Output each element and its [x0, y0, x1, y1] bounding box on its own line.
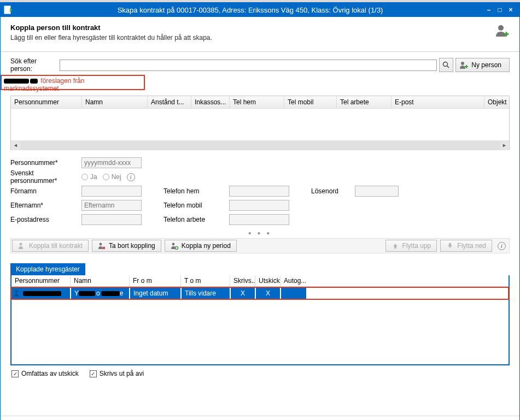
personnummer-input[interactable] [81, 157, 142, 168]
flytta-ned-button[interactable]: Flytta ned [440, 240, 492, 252]
svg-point-9 [20, 243, 22, 246]
search-button[interactable] [439, 58, 453, 72]
person-form: Personnummer* Svenskt personnummer* Ja N… [10, 156, 510, 227]
search-results-grid: Personnummer Namn Anstånd t... Inkassos.… [10, 96, 510, 150]
personnummer-label: Personnummer* [10, 159, 81, 167]
suggestion-highlight: föreslagen från marknadssystemet [1, 75, 145, 90]
new-person-button[interactable]: Ny person [455, 58, 510, 72]
check-omfattas[interactable]: ✓Omfattas av utskick [11, 370, 79, 377]
arrow-up-icon [392, 242, 399, 250]
selected-row-highlight: Yoe Inget datum Tills vidare X X [11, 287, 509, 300]
svg-point-13 [172, 243, 174, 246]
cell-utskick: X [256, 288, 281, 299]
svg-point-4 [443, 62, 448, 67]
svg-rect-8 [466, 65, 467, 68]
telmobil-input[interactable] [229, 200, 289, 211]
col2-personnummer[interactable]: Personnummer [11, 275, 71, 286]
col2-tom[interactable]: T o m [181, 275, 230, 286]
epost-input[interactable] [81, 214, 142, 225]
telmobil-label: Telefon mobil [163, 202, 229, 209]
svg-rect-0 [4, 6, 10, 14]
epost-label: E-postadress [10, 216, 81, 223]
app-icon [4, 5, 13, 14]
col2-utskick[interactable]: Utskick [255, 275, 281, 286]
efternamn-label: Efternamn* [10, 202, 81, 209]
grid2-body-empty [11, 300, 509, 364]
radio-nej[interactable]: Nej [103, 173, 121, 181]
svg-point-15 [15, 291, 18, 293]
col-personnummer[interactable]: Personnummer [11, 96, 82, 108]
telarbete-label: Telefon arbete [163, 216, 229, 223]
koppling-toolbar: Koppla till kontrakt Ta bort koppling Ko… [10, 238, 510, 253]
person-period-icon [171, 242, 178, 250]
search-input[interactable] [60, 60, 437, 71]
cell-tom: Tills vidare [182, 288, 231, 299]
telarbete-input[interactable] [229, 214, 289, 225]
splitter-dots-icon[interactable]: ● ● ● [10, 230, 510, 236]
col-telmobil[interactable]: Tel mobil [284, 96, 337, 108]
svg-point-14 [175, 246, 178, 249]
grid-body-empty [11, 109, 509, 140]
col2-autog[interactable]: Autog... [281, 275, 306, 286]
telhem-label: Telefon hem [163, 187, 229, 195]
cell-namn: Yoe [71, 288, 130, 299]
koppla-kontrakt-button[interactable]: Koppla till kontrakt [12, 240, 89, 252]
col-telarbete[interactable]: Tel arbete [337, 96, 392, 108]
minimize-button[interactable]: – [483, 6, 494, 14]
arrow-down-icon [446, 242, 454, 250]
col-telhem[interactable]: Tel hem [230, 96, 284, 108]
col2-namn[interactable]: Namn [71, 275, 130, 286]
scroll-right-icon[interactable]: ► [500, 141, 509, 150]
col2-from[interactable]: Fr o m [130, 275, 181, 286]
col-inkasso[interactable]: Inkassos... [191, 96, 230, 108]
fornamn-label: Förnamn [10, 187, 81, 195]
info-icon[interactable]: i [498, 242, 506, 250]
person-remove-icon [98, 242, 106, 250]
svg-point-6 [461, 62, 464, 65]
search-label: Sök efter person: [10, 57, 60, 73]
table-row[interactable]: Yoe Inget datum Tills vidare X X [12, 288, 508, 299]
tab-kopplade[interactable]: Kopplade hyresgäster [10, 263, 85, 275]
cell-from: Inget datum [130, 288, 182, 299]
info-icon[interactable]: i [127, 173, 135, 181]
page-title: Koppla person till kontrakt [10, 23, 494, 32]
col-objekt[interactable]: Objekt [484, 96, 509, 108]
horizontal-scrollbar[interactable]: ◄ ► [11, 140, 509, 150]
col-epost[interactable]: E-post [392, 96, 484, 108]
kopplade-grid: Personnummer Namn Fr o m T o m Skrivs...… [10, 275, 510, 365]
radio-ja[interactable]: Ja [81, 173, 97, 181]
window-title: Skapa kontrakt på 00017-00385, Adress: E… [17, 6, 483, 14]
losenord-label: Lösenord [311, 187, 355, 195]
losenord-input[interactable] [355, 186, 399, 197]
svenskt-label: Svenskt personnummer* [10, 169, 81, 185]
col-anstand[interactable]: Anstånd t... [148, 96, 191, 108]
person-icon [13, 289, 21, 297]
cell-personnummer [12, 288, 71, 299]
grid-header: Personnummer Namn Anstånd t... Inkassos.… [11, 96, 509, 109]
fornamn-input[interactable] [81, 186, 142, 197]
efternamn-input[interactable] [81, 200, 142, 211]
ta-bort-koppling-button[interactable]: Ta bort koppling [92, 240, 161, 252]
title-bar: Skapa kontrakt på 00017-00385, Adress: E… [1, 3, 519, 17]
page-subtitle: Lägg till en eller flera hyresgäster til… [10, 34, 494, 42]
cell-autog [281, 288, 306, 299]
person-link-icon [18, 242, 26, 250]
svg-line-5 [447, 66, 449, 68]
flytta-upp-button[interactable]: Flytta upp [385, 240, 437, 252]
cell-skrivs: X [231, 288, 256, 299]
check-skrivs[interactable]: ✓Skrivs ut på avi [90, 370, 144, 377]
maximize-button[interactable]: □ [494, 6, 505, 14]
svg-point-10 [100, 243, 102, 246]
telhem-input[interactable] [229, 186, 289, 197]
koppla-ny-period-button[interactable]: Koppla ny period [165, 240, 237, 252]
dialog-window: Skapa kontrakt på 00017-00385, Adress: E… [0, 2, 520, 420]
person-add-icon [494, 23, 510, 39]
new-person-label: Ny person [471, 61, 501, 69]
col-namn[interactable]: Namn [82, 96, 148, 108]
svg-point-1 [498, 25, 504, 31]
svg-rect-3 [506, 32, 507, 37]
col2-skrivs[interactable]: Skrivs... [230, 275, 255, 286]
scroll-left-icon[interactable]: ◄ [11, 141, 20, 150]
close-button[interactable]: × [505, 6, 516, 14]
scroll-track[interactable] [20, 141, 500, 150]
